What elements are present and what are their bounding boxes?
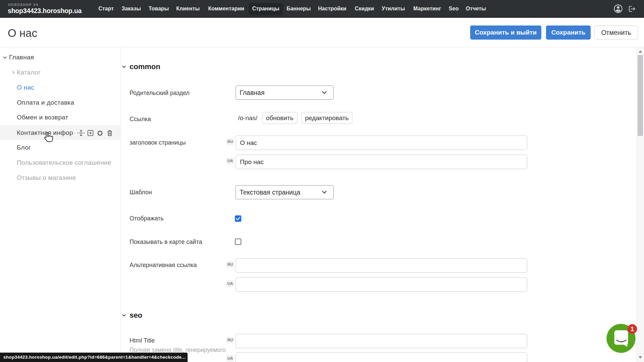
svg-text:1: 1: [631, 325, 634, 332]
